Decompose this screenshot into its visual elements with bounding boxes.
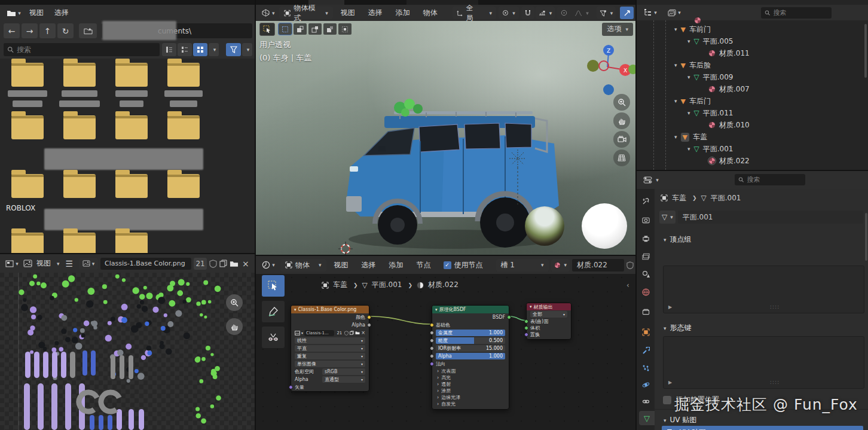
tab-world[interactable] — [638, 285, 653, 299]
alpha-socket[interactable] — [367, 323, 371, 327]
material-slot-dropdown[interactable]: 槽 1 ▾ — [496, 259, 549, 272]
axis-gizmo[interactable]: Z X — [579, 42, 635, 96]
zoom-button[interactable] — [613, 94, 630, 111]
users-count-badge[interactable]: 21 — [194, 258, 207, 270]
menu-view[interactable]: 视图 — [35, 258, 53, 269]
menu-select[interactable]: 选择 — [363, 8, 388, 18]
menu-select[interactable]: 选择 — [356, 260, 381, 270]
coat-section[interactable]: ›涂层 — [432, 388, 509, 394]
breadcrumb-material[interactable]: 材质.022 — [428, 280, 459, 290]
outliner-scrollbar[interactable] — [864, 24, 867, 78]
transform-gizmo-toggle[interactable] — [620, 7, 634, 19]
bsdf-socket[interactable] — [507, 315, 511, 319]
region-divider-vertical[interactable] — [635, 0, 637, 430]
node-header[interactable]: ▾ 原理化BSDF — [432, 306, 509, 313]
tab-view-layer[interactable] — [638, 249, 653, 264]
properties-search-input[interactable] — [747, 176, 802, 184]
chevron-down-icon[interactable]: ▾ — [301, 331, 303, 335]
users-count-badge[interactable]: 21 — [335, 331, 343, 336]
folder-item[interactable] — [108, 111, 155, 139]
breadcrumb-mesh[interactable]: 平面.001 — [711, 193, 741, 203]
snap-toggle[interactable] — [521, 7, 534, 19]
shader-scope-dropdown[interactable]: 物体 ▾ — [280, 259, 326, 272]
menu-view[interactable]: 视图 — [24, 8, 49, 18]
select-mode-extend-button[interactable] — [294, 23, 307, 35]
camera-view-button[interactable] — [613, 131, 630, 148]
outliner-row-mesh[interactable]: ▾▽平面.005 — [686, 35, 733, 47]
material-browse-button[interactable]: ▾ — [551, 259, 570, 272]
fake-user-shield-icon[interactable] — [209, 260, 217, 268]
image-browse-button[interactable]: ▾ — [79, 258, 98, 270]
collapse-region-icon[interactable]: ‹ — [626, 281, 629, 289]
tweak-tool-button[interactable] — [259, 23, 275, 36]
uv-canvas[interactable] — [0, 273, 256, 430]
node-header[interactable]: ▾ 材质输出 — [527, 303, 571, 310]
node-header[interactable]: ▾ Classis-1.Base Color.png — [291, 306, 369, 313]
alpha-slider[interactable]: Alpha1.000 — [436, 353, 505, 359]
folder-item[interactable] — [56, 111, 103, 139]
outliner-row-material[interactable]: 材质.010 — [708, 119, 750, 131]
folder-item[interactable] — [56, 58, 103, 107]
pivot-dropdown[interactable]: ▾ — [499, 7, 519, 19]
zoom-button[interactable] — [226, 294, 243, 311]
shape-keys-panel-header[interactable]: ▾ 形态键 — [662, 323, 692, 333]
folder-item-roblox[interactable]: ROBLOX — [4, 169, 51, 212]
subsurface-section[interactable]: ›次表面 — [432, 368, 509, 374]
hamburger-menu-icon[interactable]: ☰ — [66, 259, 74, 269]
links-cut-tool-button[interactable] — [262, 327, 285, 348]
vertex-groups-list[interactable]: ▶ ∷∷ — [663, 266, 864, 313]
image-name-field[interactable]: Classis-1.Base Color.png — [100, 258, 191, 270]
volume-socket[interactable] — [524, 326, 528, 330]
image-texture-node[interactable]: ▾ Classis-1.Base Color.png 颜色 Alpha ▾ Cl… — [291, 305, 369, 392]
unlink-close-icon[interactable]: × — [361, 330, 365, 336]
tab-collection[interactable] — [638, 304, 653, 319]
folder-item[interactable] — [108, 58, 155, 107]
principled-bsdf-node[interactable]: ▾ 原理化BSDF BSDF 基础色 金属度1.000 糙度0.500 IOR折… — [432, 305, 509, 410]
search-input[interactable] — [17, 45, 156, 54]
select-mode-new-button[interactable] — [279, 23, 292, 35]
extension-dropdown[interactable]: 重复▾ — [295, 353, 365, 359]
folder-item[interactable] — [4, 228, 51, 254]
image-name-mini-field[interactable]: Classis-1... — [304, 330, 334, 336]
display-vertical-list-button[interactable] — [162, 43, 176, 56]
show-gizmo-dropdown[interactable]: ▾ — [597, 7, 616, 19]
folder-item[interactable] — [108, 228, 155, 254]
roughness-slider[interactable]: 糙度0.500 — [436, 337, 505, 344]
display-size-dropdown[interactable]: ▾ — [209, 43, 219, 56]
parent-dir-button[interactable]: ↑ — [39, 23, 56, 38]
orientation-dropdown[interactable]: 全局 ▾ — [453, 7, 496, 19]
display-mode-dropdown[interactable]: ▾ — [664, 7, 684, 19]
tab-constraints[interactable] — [638, 394, 653, 408]
menu-node[interactable]: 节点 — [411, 260, 436, 270]
use-nodes-checkbox[interactable]: ✓ 使用节点 — [444, 260, 483, 270]
menu-add[interactable]: 添加 — [390, 8, 415, 18]
path-field[interactable]: cuments\ — [101, 23, 252, 38]
folder-item[interactable] — [160, 58, 207, 107]
menu-view[interactable]: 视图 — [329, 260, 354, 270]
menu-select[interactable]: 选择 — [49, 8, 74, 18]
editor-type-button[interactable]: ▾ — [259, 7, 277, 19]
folder-item[interactable] — [160, 111, 207, 139]
outliner-row-mesh[interactable]: ▾▽平面.001 — [686, 143, 733, 155]
vertex-groups-panel-header[interactable]: ▾ 顶点组 — [662, 234, 868, 245]
tab-tool[interactable] — [638, 194, 653, 208]
editor-type-button[interactable]: ▾ — [640, 7, 661, 19]
tab-object[interactable] — [638, 325, 653, 339]
folder-item[interactable] — [56, 228, 103, 254]
properties-search-field[interactable] — [735, 174, 805, 185]
search-field[interactable] — [4, 43, 160, 56]
emission-section[interactable]: ›自发光 — [432, 401, 509, 407]
metallic-slider[interactable]: 金属度1.000 — [436, 330, 505, 336]
collapse-icon[interactable]: ▾ — [294, 307, 297, 312]
projection-dropdown[interactable]: 平直▾ — [295, 345, 365, 352]
target-dropdown[interactable]: 全部▾ — [530, 311, 567, 318]
sheen-section[interactable]: ›边缘光泽 — [432, 394, 509, 401]
outliner-row-object[interactable]: ▾▼车后门 — [673, 95, 711, 107]
collapse-icon[interactable]: ▾ — [530, 304, 532, 309]
checkbox-unchecked[interactable] — [663, 396, 671, 404]
breadcrumb-object[interactable]: 车盖 — [672, 193, 686, 203]
outliner-row-object[interactable]: ▾▼车前门 — [673, 23, 711, 35]
proportional-edit-toggle[interactable] — [557, 7, 570, 19]
copy-icon[interactable] — [350, 331, 354, 335]
tab-output[interactable] — [638, 231, 653, 246]
